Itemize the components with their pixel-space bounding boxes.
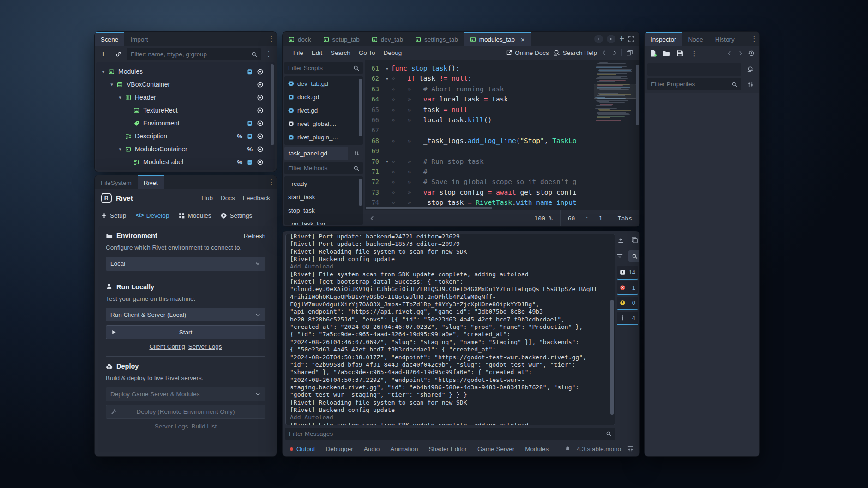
scene-tab-dock[interactable]: dock — [283, 32, 317, 46]
minimap-viewport[interactable] — [594, 84, 636, 99]
tab-rivet[interactable]: Rivet — [138, 175, 164, 189]
search-help-button[interactable]: Search Help — [553, 49, 597, 56]
visibility-eye-icon[interactable] — [257, 107, 264, 114]
visibility-eye-icon[interactable] — [257, 159, 264, 166]
tab-history[interactable]: History — [709, 32, 741, 46]
log-line[interactable]: { "50e23d63-4a45-42ef-bcd7-f9b3cdbcdae1"… — [290, 346, 609, 353]
tree-row-vboxcontainer[interactable]: ▾VBoxContainer — [97, 78, 274, 91]
tree-row-moduleslabel[interactable]: ModulesLabel% — [97, 155, 274, 168]
tree-row-header[interactable]: ▾Header — [97, 91, 274, 104]
edit-history-icon[interactable] — [748, 50, 755, 57]
close-tab-icon[interactable]: × — [518, 36, 525, 43]
method-list-item[interactable]: _on_task_log — [284, 217, 363, 225]
log-line[interactable]: "2024-08-26T04:50:37.229Z", "endpoint": … — [290, 376, 609, 384]
code-minimap[interactable] — [595, 62, 635, 204]
instance-scene-button[interactable] — [112, 48, 124, 60]
script-list-item[interactable]: dock.gd — [284, 90, 363, 104]
new-tab-button[interactable]: + — [619, 34, 624, 44]
property-tools-icon[interactable] — [744, 81, 757, 88]
log-line[interactable]: "created_at": "2024-08-26T04:46:07.023Z"… — [290, 323, 609, 331]
node-name-field[interactable] — [647, 63, 741, 76]
start-button[interactable]: Start — [106, 325, 265, 339]
method-list-item[interactable]: _ready — [284, 177, 363, 190]
notification-bell-icon[interactable] — [565, 446, 571, 452]
attached-script-icon[interactable] — [247, 69, 253, 75]
bottom-tab-debugger[interactable]: Debugger — [326, 446, 353, 452]
bottom-tab-game-server[interactable]: Game Server — [477, 446, 514, 452]
log-line[interactable]: [Rivet] [get_bootstrap_data] Success: { … — [290, 278, 609, 286]
scene-tab-setup-tab[interactable]: setup_tab — [317, 32, 366, 46]
rivet-nav-setup[interactable]: Setup — [101, 212, 126, 219]
history-back-icon[interactable] — [601, 50, 607, 56]
properties-filter-input[interactable] — [651, 81, 731, 88]
fold-arrow-icon[interactable]: ▾ — [383, 66, 391, 71]
rivet-nav-settings[interactable]: Settings — [221, 212, 252, 219]
zoom-level[interactable]: 100 % — [527, 210, 560, 226]
log-line[interactable]: "godot-test-wur--staging", "tier": "shar… — [290, 391, 609, 399]
link-client-config[interactable]: Client Config — [149, 343, 185, 350]
methods-scrollbar[interactable] — [359, 178, 362, 223]
log-line[interactable]: [Rivet] Reloading file system to scan fo… — [290, 248, 609, 256]
log-line[interactable]: "api_endpoint": "https://api.rivet.gg", … — [290, 308, 609, 315]
tree-row-description[interactable]: Description% — [97, 130, 274, 143]
tab-node[interactable]: Node — [682, 32, 709, 46]
attached-script-icon[interactable] — [247, 133, 253, 139]
show-search-button[interactable] — [628, 250, 640, 262]
menu-search[interactable]: Search — [326, 49, 355, 56]
tab-inspector[interactable]: Inspector — [645, 32, 682, 46]
bottom-tab-animation[interactable]: Animation — [390, 446, 418, 452]
rivet-link-hub[interactable]: Hub — [201, 195, 213, 202]
resource-menu-icon[interactable]: ⋮ — [689, 49, 699, 58]
method-list-item[interactable]: stop_task — [284, 204, 363, 217]
log-line[interactable]: Add Autoload — [290, 263, 609, 270]
make-floating-icon[interactable] — [626, 49, 633, 56]
new-resource-icon[interactable] — [649, 49, 657, 57]
visibility-eye-icon[interactable] — [257, 146, 264, 153]
visibility-eye-icon[interactable] — [257, 94, 264, 101]
history-forward-icon[interactable] — [611, 50, 617, 56]
tab-import[interactable]: Import — [124, 32, 154, 46]
log-line[interactable]: 4rihiIWOhQKEgoQPbB1vYyOSbO-II8otsUlHQ.2n… — [290, 293, 609, 301]
scene-toolbar-menu-icon[interactable]: ⋮ — [264, 50, 274, 58]
online-docs-button[interactable]: Online Docs — [506, 49, 549, 56]
visibility-eye-icon[interactable] — [257, 133, 264, 140]
script-list-item[interactable]: rivet_global.... — [284, 117, 363, 131]
environment-select[interactable]: Local — [106, 257, 265, 271]
scene-tree-scrollbar[interactable] — [271, 64, 274, 168]
scripts-filter-input[interactable] — [288, 65, 353, 71]
rivet-link-docs[interactable]: Docs — [221, 195, 235, 202]
indent-mode[interactable]: Tabs — [610, 210, 639, 226]
scene-tab-settings-tab[interactable]: settings_tab — [409, 32, 464, 46]
expand-arrow-icon[interactable]: ▾ — [100, 69, 107, 75]
sidebar-collapse-icon[interactable] — [365, 215, 380, 221]
script-list-item[interactable]: dev_tab.gd — [284, 77, 363, 90]
bottom-tab-shader-editor[interactable]: Shader Editor — [428, 446, 467, 452]
collapse-duplicates-button[interactable] — [615, 251, 625, 261]
expand-arrow-icon[interactable]: ▾ — [108, 82, 115, 88]
log-line[interactable]: "shared" }, "7a5cc9de-c965-4aad-8264-19d… — [290, 369, 609, 376]
refresh-link[interactable]: Refresh — [244, 232, 265, 239]
save-log-button[interactable] — [615, 235, 626, 245]
copy-log-button[interactable] — [629, 235, 639, 245]
selected-script[interactable]: task_panel.gd — [284, 147, 348, 160]
script-list-item[interactable]: rivet_plugin_... — [284, 131, 363, 144]
tree-row-texturerect[interactable]: TextureRect — [97, 104, 274, 117]
method-list-item[interactable]: start_task — [284, 190, 363, 204]
previous-tab-button[interactable] — [594, 35, 603, 43]
tab-filesystem[interactable]: FileSystem — [95, 175, 138, 189]
visibility-eye-icon[interactable] — [257, 68, 264, 75]
code-editor[interactable]: 61▾func stop_task():62▾» if task != null… — [365, 60, 639, 206]
link-deploy-server-logs[interactable]: Server Logs — [155, 423, 188, 430]
rivet-panel-menu-icon[interactable]: ⋮ — [266, 175, 277, 189]
deploy-button[interactable]: Deploy (Remote Environment Only) — [106, 405, 265, 419]
rivet-nav-modules[interactable]: Modules — [179, 212, 211, 219]
fold-arrow-icon[interactable]: ▾ — [383, 76, 391, 81]
attached-script-icon[interactable] — [247, 120, 253, 126]
log-line[interactable]: [Rivet] Reloading file system to scan fo… — [290, 399, 609, 406]
log-line[interactable]: "2024-08-26T04:46:07.069Z", "slug": "sta… — [290, 339, 609, 346]
visibility-eye-icon[interactable] — [257, 81, 264, 88]
tree-row-modulescontainer[interactable]: ▾ModulesContainer% — [97, 143, 274, 155]
attached-script-icon[interactable] — [247, 159, 253, 165]
log-line[interactable]: be20-8f28b6c5251d", "envs": [{ "id": "50… — [290, 316, 609, 323]
log-line[interactable]: [Rivet] File system scan from SDK update… — [290, 271, 609, 278]
